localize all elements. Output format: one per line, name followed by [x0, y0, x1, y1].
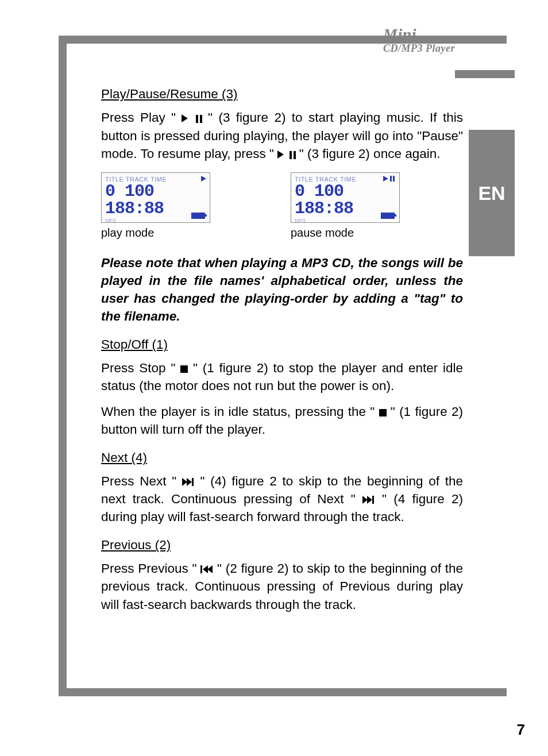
stop-paragraph-2: When the player is in idle status, press…: [101, 403, 463, 438]
text: Press Play ": [101, 110, 182, 125]
header-title: Mini: [383, 25, 455, 44]
section-title-play: Play/Pause/Resume (3): [101, 85, 463, 103]
lcd-play-block: TITLE TRACK TIME 0 100 188:88 MP3 play m…: [101, 172, 210, 241]
text: Press Stop ": [101, 361, 180, 375]
section-title-previous: Previous (2): [101, 536, 463, 554]
next-icon: [362, 496, 375, 504]
content-area: Play/Pause/Resume (3) Press Play " " (3 …: [101, 85, 463, 622]
language-label: EN: [478, 182, 505, 205]
section-title-stop: Stop/Off (1): [101, 335, 463, 353]
stop-icon: [180, 365, 188, 373]
lcd-play-pause-icon: [383, 175, 396, 184]
next-icon: [182, 478, 195, 486]
page-frame: Mini CD/MP3 Player EN Play/Pause/Resume …: [59, 36, 507, 696]
header: Mini CD/MP3 Player: [383, 25, 455, 55]
page-number: 7: [517, 721, 525, 739]
play-icon: [277, 151, 284, 159]
stop-paragraph-1: Press Stop " " (1 figure 2) to stop the …: [101, 359, 463, 395]
pause-icon: [288, 145, 296, 163]
text: Press Previous ": [101, 561, 197, 576]
header-subtitle: CD/MP3 Player: [383, 43, 455, 55]
stop-icon: [379, 409, 387, 416]
text: Press Next ": [101, 474, 176, 488]
lcd-play: TITLE TRACK TIME 0 100 188:88 MP3: [101, 172, 210, 223]
lcd-row: TITLE TRACK TIME 0 100 188:88 MP3 play m…: [101, 172, 463, 241]
play-paragraph: Press Play " " (3 figure 2) to start pla…: [101, 109, 463, 163]
prev-paragraph: Press Previous " " (2 figure 2) to skip …: [101, 560, 463, 613]
play-icon: [182, 114, 188, 122]
language-tab: EN: [469, 130, 515, 256]
lcd-pause: TITLE TRACK TIME 0 100 188:88 MP3: [291, 172, 400, 223]
text: When the player is in idle status, press…: [101, 404, 379, 419]
text: " (3 figure 2) once again.: [299, 146, 441, 161]
next-paragraph: Press Next " " (4) figure 2 to skip to t…: [101, 472, 463, 526]
previous-icon: [200, 565, 213, 573]
pause-icon: [194, 109, 202, 127]
battery-icon: [191, 213, 205, 219]
lcd-play-icon: [201, 175, 206, 184]
lcd-caption-pause: pause mode: [291, 225, 400, 241]
lcd-pause-block: TITLE TRACK TIME 0 100 188:88 MP3 pause …: [291, 172, 400, 241]
battery-icon: [381, 213, 395, 219]
lcd-caption-play: play mode: [101, 225, 210, 241]
header-rule: [455, 70, 515, 78]
section-title-next: Next (4): [101, 449, 463, 466]
note-text: Please note that when playing a MP3 CD, …: [101, 254, 463, 325]
